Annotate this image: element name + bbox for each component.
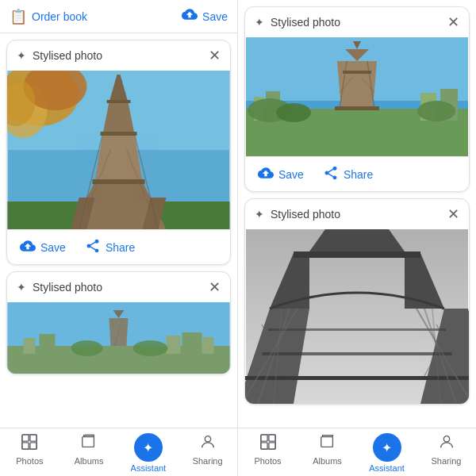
svg-point-87 <box>443 436 449 442</box>
order-book-button[interactable]: 📋 Order book <box>10 8 87 25</box>
svg-rect-66 <box>294 251 420 258</box>
svg-rect-70 <box>268 328 446 331</box>
upload-icon <box>182 6 198 26</box>
share-button-1[interactable]: Share <box>85 238 135 256</box>
left-card-1-image <box>7 71 230 229</box>
right-card-2: ✦ Stylised photo ✕ <box>244 198 470 405</box>
left-nav-albums[interactable]: Albums <box>60 433 119 473</box>
right-card-2-close[interactable]: ✕ <box>447 207 459 221</box>
svg-rect-15 <box>107 100 131 103</box>
right-card-1: ✦ Stylised photo ✕ <box>244 6 470 192</box>
svg-rect-38 <box>83 437 94 447</box>
right-card-1-title-row: ✦ Stylised photo <box>255 16 340 29</box>
save-button-1[interactable]: Save <box>20 238 66 256</box>
left-card-2-title: Stylised photo <box>33 281 102 294</box>
save-label-1: Save <box>40 241 66 254</box>
svg-rect-26 <box>182 332 202 354</box>
svg-rect-86 <box>321 437 332 447</box>
svg-point-31 <box>71 340 103 356</box>
right-nav-photos[interactable]: Photos <box>238 433 298 473</box>
share-label-3: Share <box>344 168 373 181</box>
svg-rect-82 <box>260 435 267 441</box>
sharing-icon <box>199 433 217 455</box>
right-card-1-actions: Save Share <box>245 156 469 191</box>
svg-rect-68 <box>245 376 469 380</box>
sharing-icon-r <box>438 433 455 455</box>
right-card-2-title-row: ✦ Stylised photo <box>255 208 340 221</box>
left-card-2-header: ✦ Stylised photo ✕ <box>7 272 230 302</box>
svg-rect-53 <box>335 106 379 110</box>
left-card-1-title: Stylised photo <box>33 49 102 62</box>
left-card-1: ✦ Stylised photo ✕ <box>6 40 231 265</box>
svg-rect-35 <box>30 435 36 441</box>
svg-rect-13 <box>93 179 145 184</box>
save-top-button[interactable]: Save <box>182 6 228 26</box>
svg-marker-10 <box>95 134 143 182</box>
svg-rect-34 <box>22 435 29 441</box>
assistant-icon: ✦ <box>143 440 153 455</box>
save-top-label: Save <box>202 10 228 23</box>
svg-marker-67 <box>309 229 405 251</box>
svg-rect-69 <box>262 352 452 355</box>
left-card-2: ✦ Stylised photo ✕ <box>6 271 231 374</box>
albums-icon-r <box>319 433 336 455</box>
svg-rect-24 <box>40 334 56 354</box>
photos-icon <box>21 433 38 455</box>
right-card-1-header: ✦ Stylised photo ✕ <box>245 7 469 37</box>
svg-point-32 <box>133 340 168 356</box>
svg-rect-36 <box>22 443 29 449</box>
svg-rect-81 <box>260 435 274 449</box>
svg-point-39 <box>205 436 210 442</box>
right-card-1-image <box>245 37 469 156</box>
right-nav-assistant[interactable]: ✦ Assistant <box>357 433 416 473</box>
sparkle-icon-3: ✦ <box>255 16 264 29</box>
sparkle-icon-2: ✦ <box>17 281 26 294</box>
right-nav-assistant-label: Assistant <box>369 463 405 473</box>
photos-icon-r <box>259 433 277 455</box>
assistant-icon-box-r: ✦ <box>373 433 401 462</box>
left-scroll-area: ✦ Stylised photo ✕ <box>0 33 237 428</box>
svg-rect-54 <box>343 71 371 74</box>
save-icon-3 <box>258 165 274 183</box>
left-card-2-title-row: ✦ Stylised photo <box>17 281 102 294</box>
left-card-2-image <box>7 302 230 374</box>
share-label-1: Share <box>106 241 135 254</box>
left-nav-assistant[interactable]: ✦ Assistant <box>119 433 178 473</box>
sparkle-icon-1: ✦ <box>17 49 26 62</box>
right-panel: ✦ Stylised photo ✕ <box>238 0 476 476</box>
svg-rect-83 <box>268 435 274 441</box>
left-nav-assistant-label: Assistant <box>131 463 167 473</box>
save-label-3: Save <box>278 168 304 181</box>
top-bar: 📋 Order book Save <box>0 0 237 33</box>
right-card-2-header: ✦ Stylised photo ✕ <box>245 199 469 229</box>
right-card-2-title: Stylised photo <box>271 208 340 221</box>
svg-rect-33 <box>22 435 36 449</box>
left-card-1-close[interactable]: ✕ <box>209 48 221 63</box>
share-button-3[interactable]: Share <box>323 165 373 183</box>
right-scroll-area: ✦ Stylised photo ✕ <box>238 0 476 428</box>
left-nav-sharing[interactable]: Sharing <box>178 433 237 473</box>
share-icon-1 <box>85 238 101 256</box>
share-icon-3 <box>323 165 339 183</box>
svg-point-48 <box>276 103 311 122</box>
right-bottom-nav: Photos Albums ✦ Assistant <box>238 428 476 476</box>
svg-point-49 <box>417 101 455 121</box>
left-card-2-close[interactable]: ✕ <box>209 280 221 294</box>
svg-rect-37 <box>30 443 36 449</box>
sparkle-icon-4: ✦ <box>255 208 264 221</box>
right-nav-albums[interactable]: Albums <box>298 433 357 473</box>
right-nav-sharing-label: Sharing <box>432 456 462 466</box>
left-card-1-title-row: ✦ Stylised photo <box>17 49 102 62</box>
order-book-label: Order book <box>32 10 87 23</box>
right-card-2-image <box>245 229 469 404</box>
save-button-3[interactable]: Save <box>258 165 304 183</box>
left-card-1-header: ✦ Stylised photo ✕ <box>7 40 230 71</box>
svg-rect-14 <box>101 132 137 136</box>
right-card-1-close[interactable]: ✕ <box>447 15 459 29</box>
left-nav-photos[interactable]: Photos <box>0 433 60 473</box>
svg-rect-23 <box>24 338 36 354</box>
assistant-icon-r: ✦ <box>382 440 392 455</box>
svg-rect-25 <box>167 336 181 354</box>
right-nav-sharing[interactable]: Sharing <box>416 433 476 473</box>
save-icon-1 <box>20 238 36 256</box>
